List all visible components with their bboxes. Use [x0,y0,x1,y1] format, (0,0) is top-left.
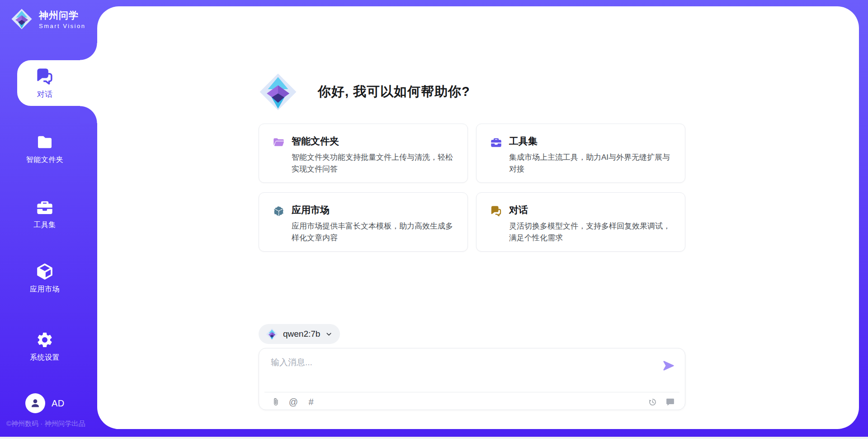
sidebar-item-label: 对话 [37,89,53,100]
card-title: 工具集 [509,135,674,148]
greeting: 你好, 我可以如何帮助你? [259,72,470,111]
chat-bubble-icon [665,397,675,407]
folder-open-icon [273,136,285,148]
composer-divider [264,392,679,392]
feature-cards: 智能文件夹 智能文件夹功能支持批量文件上传与清洗，轻松实现文件问答 工具集 集成… [259,124,685,252]
greeting-logo-icon [259,72,297,111]
card-description: 集成市场上主流工具，助力AI与外界无缝扩展与对接 [509,152,674,175]
briefcase-icon [36,198,54,216]
composer-toolbar: @ # [271,395,675,409]
sidebar-item-label: 系统设置 [30,353,60,363]
paperclip-icon [271,397,280,406]
user-name: AD [52,398,65,409]
feedback-button[interactable] [665,397,675,407]
gear-icon [36,331,54,349]
sidebar-item-chat[interactable]: 对话 [17,60,72,106]
sidebar-item-settings[interactable]: 系统设置 [17,331,73,363]
user-account[interactable]: AD [25,393,65,413]
folder-icon [36,133,54,151]
copyright-text: ©神州数码 · 神州问学出品 [6,420,85,428]
chat-icon [490,205,502,217]
person-icon [29,397,41,409]
card-title: 对话 [509,204,674,216]
message-input[interactable] [271,357,651,387]
chat-icon [35,67,54,86]
card-toolset[interactable]: 工具集 集成市场上主流工具，助力AI与外界无缝扩展与对接 [476,124,685,183]
brand: 神州问学 Smart Vision [11,8,85,30]
mention-button[interactable]: @ [288,397,298,407]
sidebar-item-label: 应用市场 [30,285,60,294]
card-app-market[interactable]: 应用市场 应用市场提供丰富长文本模板，助力高效生成多样化文章内容 [259,192,468,252]
cube-icon [36,262,54,281]
sidebar-item-label: 工具集 [33,220,56,230]
app-root: 神州问学 Smart Vision 对话 智能文件夹 工具集 [0,0,868,439]
card-title: 智能文件夹 [292,135,457,148]
card-description: 应用市场提供丰富长文本模板，助力高效生成多样化文章内容 [292,220,457,243]
sidebar-item-chat-active-tab: 对话 [17,60,97,106]
history-icon [648,397,657,407]
history-button[interactable] [647,397,657,407]
greeting-title: 你好, 我可以如何帮助你? [318,83,470,101]
send-icon[interactable] [662,359,675,372]
tab-fillet-top [80,43,97,60]
avatar [25,393,45,413]
sidebar-item-market[interactable]: 应用市场 [17,262,73,294]
brand-subtitle: Smart Vision [39,23,85,29]
at-icon: @ [289,397,298,406]
chevron-down-icon [325,330,333,338]
card-description: 灵活切换多模型文件，支持多样回复效果调试，满足个性化需求 [509,220,674,243]
brand-name: 神州问学 [39,9,85,22]
card-chat[interactable]: 对话 灵活切换多模型文件，支持多样回复效果调试，满足个性化需求 [476,192,685,252]
topic-button[interactable]: # [306,397,316,407]
model-selector[interactable]: qwen2:7b [259,324,340,344]
attach-button[interactable] [271,397,281,407]
horizontal-scrollbar[interactable] [0,437,868,439]
card-smart-folder[interactable]: 智能文件夹 智能文件夹功能支持批量文件上传与清洗，轻松实现文件问答 [259,124,468,183]
main-panel: 你好, 我可以如何帮助你? 智能文件夹 智能文件夹功能支持批量文件上传与清洗，轻… [97,6,859,429]
message-composer: @ # [259,348,685,410]
sidebar-item-tools[interactable]: 工具集 [17,198,73,230]
briefcase-icon [490,136,502,148]
model-name: qwen2:7b [283,329,320,339]
brand-logo-icon [11,8,33,30]
card-title: 应用市场 [292,204,457,216]
sidebar-item-folders[interactable]: 智能文件夹 [17,133,73,165]
sidebar-item-label: 智能文件夹 [26,155,64,165]
tab-fillet-bottom [80,106,97,123]
model-logo-icon [266,328,278,340]
hash-icon: # [308,397,313,406]
card-description: 智能文件夹功能支持批量文件上传与清洗，轻松实现文件问答 [292,152,457,175]
cube-grid-icon [273,205,285,217]
